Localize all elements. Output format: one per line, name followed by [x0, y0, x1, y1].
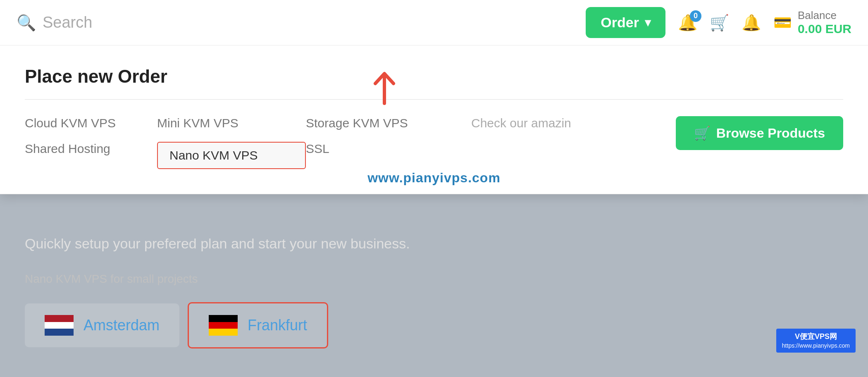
notification-badge: 0	[690, 10, 701, 22]
location-card-frankfurt[interactable]: Frankfurt	[188, 302, 328, 348]
nav-right: Order ▾ 🔔 0 🛒 🔔 💳 Balance 0.00 EUR	[586, 7, 851, 38]
menu-col-3: Storage KVM VPS SSL	[306, 116, 471, 156]
cart-button[interactable]: 🛒	[710, 14, 729, 32]
amsterdam-label: Amsterdam	[83, 317, 160, 334]
balance-area: 💳 Balance 0.00 EUR	[773, 9, 851, 36]
menu-item-mini-kvm[interactable]: Mini KVM VPS	[157, 116, 306, 130]
chevron-down-icon: ▾	[645, 16, 651, 29]
search-icon: 🔍	[17, 14, 36, 32]
search-area: 🔍 Search	[17, 14, 586, 32]
menu-col-1: Cloud KVM VPS Shared Hosting	[25, 116, 157, 156]
wallet-icon: 💳	[773, 14, 792, 31]
location-card-amsterdam[interactable]: Amsterdam	[25, 303, 179, 347]
balance-info: Balance 0.00 EUR	[798, 9, 851, 36]
order-button-label: Order	[601, 14, 639, 31]
menu-item-nano-kvm[interactable]: Nano KVM VPS	[157, 142, 306, 169]
divider	[25, 99, 843, 100]
flag-stripe-red	[45, 315, 74, 322]
pianyivps-watermark: www.pianyivps.com	[367, 170, 501, 186]
corner-badge: V便宜VPS网 https://www.pianyivps.com	[776, 329, 856, 353]
main-content: Quickly setup your prefered plan and sta…	[0, 219, 868, 365]
order-button[interactable]: Order ▾	[586, 7, 665, 38]
frankfurt-label: Frankfurt	[248, 317, 307, 334]
bell-icon: 🔔	[742, 14, 761, 32]
check-amazing-text: Check our amazin	[471, 116, 571, 130]
menu-col-2: Mini KVM VPS Nano KVM VPS	[157, 116, 306, 169]
dropdown-title: Place new Order	[25, 66, 843, 87]
browse-products-label: Browse Products	[716, 126, 825, 141]
flag-netherlands	[45, 315, 74, 336]
flag-stripe-white	[45, 322, 74, 329]
flag-stripe-blue	[45, 329, 74, 336]
navbar: 🔍 Search Order ▾ 🔔 0 🛒 🔔 💳 Balance 0.00 …	[0, 0, 868, 45]
corner-badge-line1: V便宜VPS网	[795, 332, 837, 341]
flag-germany	[209, 315, 238, 336]
menu-item-ssl[interactable]: SSL	[306, 142, 471, 156]
main-subtitle: Quickly setup your prefered plan and sta…	[25, 236, 843, 252]
section-label: Nano KVM VPS for small projects	[25, 272, 843, 286]
balance-label: Balance	[798, 9, 851, 22]
flag-stripe-red	[209, 322, 238, 329]
menu-item-storage-kvm[interactable]: Storage KVM VPS	[306, 116, 471, 130]
location-cards: Amsterdam Frankfurt	[25, 302, 843, 348]
browse-products-button[interactable]: 🛒 Browse Products	[676, 116, 843, 150]
search-label: Search	[43, 14, 92, 31]
menu-item-shared-hosting[interactable]: Shared Hosting	[25, 142, 157, 156]
order-dropdown-panel: Place new Order Cloud KVM VPS Shared Hos…	[0, 45, 868, 194]
cart-btn-icon: 🛒	[694, 125, 711, 141]
flag-stripe-gold	[209, 329, 238, 336]
menu-item-cloud-kvm[interactable]: Cloud KVM VPS	[25, 116, 157, 130]
dropdown-menu-grid: Cloud KVM VPS Shared Hosting Mini KVM VP…	[25, 116, 843, 169]
browse-products-area: 🛒 Browse Products	[676, 116, 843, 150]
alerts-button[interactable]: 🔔	[742, 14, 761, 32]
menu-col-4: Check our amazin	[471, 116, 676, 130]
notifications-button[interactable]: 🔔 0	[678, 14, 697, 32]
flag-stripe-black	[209, 315, 238, 322]
cart-icon: 🛒	[710, 14, 729, 32]
balance-value: 0.00 EUR	[798, 22, 851, 36]
corner-badge-line2: https://www.pianyivps.com	[782, 342, 850, 349]
